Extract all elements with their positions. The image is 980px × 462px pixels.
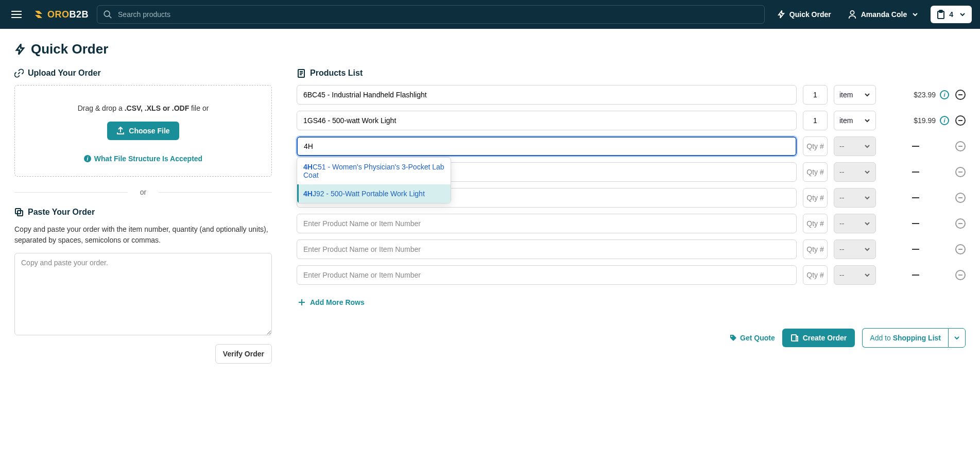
search-input[interactable] (97, 5, 765, 24)
or-divider: or (14, 188, 272, 196)
product-input[interactable] (297, 136, 797, 156)
unit-select[interactable]: -- (834, 136, 876, 156)
verify-order-button[interactable]: Verify Order (215, 344, 272, 364)
remove-row-button[interactable] (955, 193, 966, 203)
tag-icon (730, 334, 737, 341)
price-empty-dash (912, 275, 919, 276)
product-input[interactable] (297, 265, 797, 285)
file-structure-help[interactable]: i What File Structure Is Accepted (84, 155, 202, 163)
qty-input[interactable] (803, 85, 828, 105)
info-icon[interactable]: i (940, 90, 949, 99)
search-container (97, 5, 765, 24)
paste-textarea[interactable] (14, 253, 272, 335)
remove-row-button[interactable] (955, 115, 966, 126)
user-menu[interactable]: Amanda Cole (844, 10, 922, 19)
quick-order-nav[interactable]: Quick Order (773, 10, 835, 19)
qty-input[interactable] (803, 239, 828, 259)
unit-select[interactable]: -- (834, 188, 876, 208)
order-icon (790, 334, 799, 342)
unit-select[interactable]: -- (834, 239, 876, 259)
product-row: -- (297, 265, 966, 285)
product-input[interactable] (297, 111, 797, 130)
right-column: Products List item$23.99iitem$19.99i4HC5… (297, 69, 966, 348)
unit-select[interactable]: -- (834, 214, 876, 233)
qty-input[interactable] (803, 265, 828, 285)
create-order-button[interactable]: Create Order (782, 329, 855, 347)
price-display (882, 172, 949, 173)
add-to-list-dropdown[interactable] (948, 328, 966, 348)
quick-order-label: Quick Order (789, 10, 831, 19)
qty-input[interactable] (803, 111, 828, 130)
price-display: $19.99i (882, 116, 949, 125)
chevron-down-icon (864, 143, 870, 149)
left-column: Upload Your Order Drag & drop a .CSV, .X… (14, 69, 272, 364)
product-row: -- (297, 214, 966, 233)
remove-row-button[interactable] (955, 167, 966, 177)
unit-select[interactable]: -- (834, 162, 876, 182)
autocomplete-option[interactable]: 4HJ92 - 500-Watt Portable Work Light (297, 184, 451, 203)
user-name: Amanda Cole (861, 10, 907, 19)
upload-heading: Upload Your Order (14, 69, 272, 78)
price-empty-dash (912, 223, 919, 224)
remove-row-button[interactable] (955, 90, 966, 100)
svg-point-0 (104, 11, 110, 16)
link-icon (14, 69, 24, 78)
get-quote-button[interactable]: Get Quote (730, 334, 775, 342)
topbar: OROB2B Quick Order Amanda Cole 4 (0, 0, 980, 29)
search-icon (103, 10, 112, 19)
chevron-down-icon (864, 246, 870, 252)
upload-hint: Drag & drop a .CSV, .XLS or .ODF file or (27, 104, 259, 112)
product-row: 4HC51 - Women's Physician's 3-Pocket Lab… (297, 136, 966, 156)
paste-icon (14, 208, 24, 217)
remove-row-button[interactable] (955, 244, 966, 254)
remove-row-button[interactable] (955, 218, 966, 229)
add-more-rows[interactable]: Add More Rows (297, 295, 366, 310)
info-icon: i (84, 155, 91, 162)
product-input[interactable] (297, 214, 797, 233)
logo-mark-icon (33, 9, 44, 20)
price-empty-dash (912, 172, 919, 173)
remove-row-button[interactable] (955, 141, 966, 151)
price-empty-dash (912, 146, 919, 147)
info-icon[interactable]: i (940, 116, 949, 125)
user-icon (848, 10, 857, 19)
unit-select[interactable]: item (834, 85, 876, 105)
chevron-down-icon (864, 195, 870, 201)
chevron-down-icon (864, 92, 870, 98)
upload-dropzone[interactable]: Drag & drop a .CSV, .XLS or .ODF file or… (14, 85, 272, 177)
product-input[interactable] (297, 239, 797, 259)
paste-heading: Paste Your Order (14, 208, 272, 217)
product-input[interactable] (297, 85, 797, 105)
svg-rect-16 (792, 335, 796, 341)
remove-row-button[interactable] (955, 270, 966, 280)
chevron-down-icon (954, 335, 960, 341)
menu-button[interactable] (8, 6, 25, 23)
add-to-list-group: Add to Shopping List (862, 328, 966, 348)
plus-icon (298, 298, 306, 306)
cart-count: 4 (949, 10, 953, 19)
unit-select[interactable]: item (834, 111, 876, 130)
price-empty-dash (912, 249, 919, 250)
qty-input[interactable] (803, 162, 828, 182)
cart-button[interactable]: 4 (931, 6, 972, 23)
unit-select[interactable]: -- (834, 265, 876, 285)
chevron-down-icon (864, 117, 870, 124)
qty-input[interactable] (803, 214, 828, 233)
lightning-icon (777, 10, 785, 19)
chevron-down-icon (912, 11, 918, 18)
choose-file-button[interactable]: Choose File (107, 122, 179, 140)
price-display (882, 146, 949, 147)
upload-icon (116, 127, 125, 135)
chevron-down-icon (864, 169, 870, 175)
svg-point-2 (850, 11, 854, 14)
autocomplete-option[interactable]: 4HC51 - Women's Physician's 3-Pocket Lab… (297, 158, 451, 184)
product-row: item$19.99i (297, 111, 966, 130)
autocomplete-dropdown: 4HC51 - Women's Physician's 3-Pocket Lab… (297, 157, 451, 203)
chevron-down-icon (864, 220, 870, 227)
qty-input[interactable] (803, 136, 828, 156)
logo[interactable]: OROB2B (33, 9, 89, 20)
add-to-shopping-list-button[interactable]: Add to Shopping List (862, 328, 948, 348)
page-title: Quick Order (14, 41, 966, 57)
qty-input[interactable] (803, 188, 828, 208)
chevron-down-icon (864, 272, 870, 278)
